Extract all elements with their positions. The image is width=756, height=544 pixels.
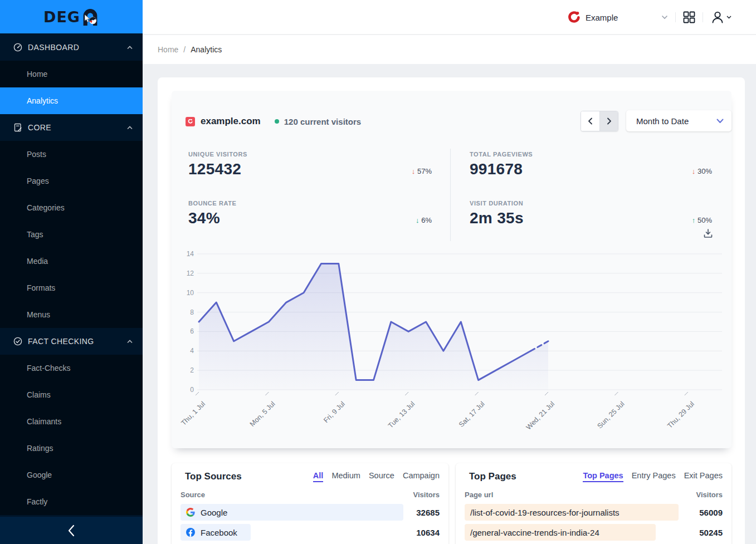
svg-text:Sat, 17 Jul: Sat, 17 Jul xyxy=(457,400,486,429)
date-range-select[interactable]: Month to Date xyxy=(626,110,731,131)
page-visitors: 56009 xyxy=(699,508,723,517)
sidebar-item-ratings[interactable]: Ratings xyxy=(0,435,143,462)
item-label: Menus xyxy=(27,310,50,319)
stats-panel: example.com 120 current visitors Month t… xyxy=(172,91,731,448)
stat-change: 30% xyxy=(698,167,712,175)
item-label: Pages xyxy=(27,177,49,185)
top-pages-tabs: Top Pages Entry Pages Exit Pages xyxy=(583,471,723,482)
apps-grid-icon[interactable] xyxy=(683,11,695,23)
sidebar-section-fact-checking[interactable]: FACT CHECKING xyxy=(0,328,143,355)
svg-text:Sun, 25 Jul: Sun, 25 Jul xyxy=(596,400,626,430)
sidebar-item-media[interactable]: Media xyxy=(0,248,143,275)
source-row-facebook[interactable]: Facebook 10634 xyxy=(181,524,440,541)
column-header-visitors: Visitors xyxy=(413,491,440,499)
download-icon[interactable] xyxy=(702,227,714,239)
sidebar-item-fact-checks[interactable]: Fact-Checks xyxy=(0,355,143,381)
visitors-chart: 02468101214Thu, 1 JulMon, 5 JulFri, 9 Ju… xyxy=(172,248,731,440)
down-arrow-icon: ↓ xyxy=(416,216,420,224)
sidebar-item-posts[interactable]: Posts xyxy=(0,141,143,168)
sidebar-item-analytics[interactable]: Analytics xyxy=(0,87,143,114)
stat-value: 34% xyxy=(188,210,220,226)
stat-bounce-rate: BOUNCE RATE 34% ↓ 6% xyxy=(188,200,432,226)
tab-campaign[interactable]: Campaign xyxy=(403,471,440,480)
org-logo-icon xyxy=(568,11,581,24)
sidebar-item-claimants[interactable]: Claimants xyxy=(0,408,143,435)
page-url: /list-of-covid-19-resources-for-journali… xyxy=(470,508,620,517)
sidebar-collapse-button[interactable] xyxy=(0,517,143,544)
stat-value: 991678 xyxy=(470,161,523,177)
org-dropdown[interactable]: Example xyxy=(568,11,668,24)
svg-text:4: 4 xyxy=(190,347,194,355)
item-label: Tags xyxy=(27,230,43,239)
down-arrow-icon: ↓ xyxy=(692,167,696,175)
prev-period-button[interactable] xyxy=(581,111,599,131)
app-logo[interactable]: DEG xyxy=(0,0,143,33)
sidebar-item-categories[interactable]: Categories xyxy=(0,194,143,221)
item-label: Posts xyxy=(27,150,46,159)
svg-text:Fri, 9 Jul: Fri, 9 Jul xyxy=(322,400,347,424)
top-sources-card: Top Sources All Medium Source Campaign S… xyxy=(172,463,448,544)
page-url: /general-vaccine-trends-in-india-24 xyxy=(470,528,599,537)
top-header: Example xyxy=(143,0,756,35)
chevron-up-icon xyxy=(127,340,133,344)
tab-medium[interactable]: Medium xyxy=(331,471,360,480)
sidebar-item-menus[interactable]: Menus xyxy=(0,301,143,328)
source-name: Google xyxy=(201,508,227,517)
dashboard-icon xyxy=(13,43,22,52)
top-sources-title: Top Sources xyxy=(185,471,242,482)
stat-visit-duration: VISIT DURATION 2m 35s ↑ 50% xyxy=(470,200,712,226)
check-circle-icon xyxy=(13,337,22,346)
page-row[interactable]: /list-of-covid-19-resources-for-journali… xyxy=(465,504,723,521)
tab-entry-pages[interactable]: Entry Pages xyxy=(632,471,676,480)
tab-top-pages[interactable]: Top Pages xyxy=(583,471,623,482)
source-row-google[interactable]: Google 32685 xyxy=(181,504,440,521)
column-header-page-url: Page url xyxy=(465,491,493,499)
source-name: Facebook xyxy=(201,528,237,537)
sidebar-item-factly[interactable]: Factly xyxy=(0,488,143,515)
page-row[interactable]: /general-vaccine-trends-in-india-24 5024… xyxy=(465,524,723,541)
top-pages-title: Top Pages xyxy=(469,471,516,482)
source-visitors: 32685 xyxy=(416,508,440,517)
breadcrumb: Home / Analytics xyxy=(143,35,756,64)
sidebar-menu: DASHBOARD Home Analytics CORE Posts Page… xyxy=(0,34,143,515)
site-domain: example.com xyxy=(201,116,261,127)
site-favicon xyxy=(186,117,195,126)
user-menu[interactable] xyxy=(710,10,731,24)
sidebar-item-tags[interactable]: Tags xyxy=(0,221,143,248)
breadcrumb-separator: / xyxy=(183,45,186,54)
sidebar-item-home[interactable]: Home xyxy=(0,61,143,87)
next-period-button[interactable] xyxy=(599,111,618,131)
svg-text:Mon, 5 Jul: Mon, 5 Jul xyxy=(248,400,277,428)
sidebar-item-pages[interactable]: Pages xyxy=(0,168,143,194)
chevron-down-icon xyxy=(716,119,724,124)
sidebar-item-claims[interactable]: Claims xyxy=(0,381,143,408)
item-label: Formats xyxy=(27,283,55,292)
tab-exit-pages[interactable]: Exit Pages xyxy=(684,471,723,480)
svg-text:0: 0 xyxy=(190,386,194,394)
date-range-value: Month to Date xyxy=(636,116,716,126)
svg-text:6: 6 xyxy=(190,327,194,335)
sidebar-section-core[interactable]: CORE xyxy=(0,114,143,141)
section-label: DASHBOARD xyxy=(28,43,127,52)
tab-source[interactable]: Source xyxy=(369,471,394,480)
column-header-visitors: Visitors xyxy=(696,491,723,499)
tab-all[interactable]: All xyxy=(313,471,324,482)
svg-text:12: 12 xyxy=(187,269,194,277)
sidebar-section-dashboard[interactable]: DASHBOARD xyxy=(0,34,143,61)
user-icon xyxy=(710,10,725,24)
stat-label: VISIT DURATION xyxy=(470,200,712,207)
svg-text:Tue, 13 Jul: Tue, 13 Jul xyxy=(387,400,416,429)
stat-change: 57% xyxy=(417,167,432,175)
mouse-cursor xyxy=(85,14,91,23)
sidebar: DEG DASHBOARD Home Analytics xyxy=(0,0,143,544)
sidebar-item-google[interactable]: Google xyxy=(0,462,143,488)
facebook-icon xyxy=(186,528,195,537)
column-header-source: Source xyxy=(181,491,205,499)
page-visitors: 50245 xyxy=(699,528,723,537)
section-label: CORE xyxy=(28,123,127,132)
breadcrumb-home-link[interactable]: Home xyxy=(158,45,178,54)
sidebar-item-formats[interactable]: Formats xyxy=(0,275,143,301)
item-label: Claimants xyxy=(27,417,61,426)
stat-label: TOTAL PAGEVIEWS xyxy=(470,151,712,158)
caret-down-icon xyxy=(726,16,731,19)
